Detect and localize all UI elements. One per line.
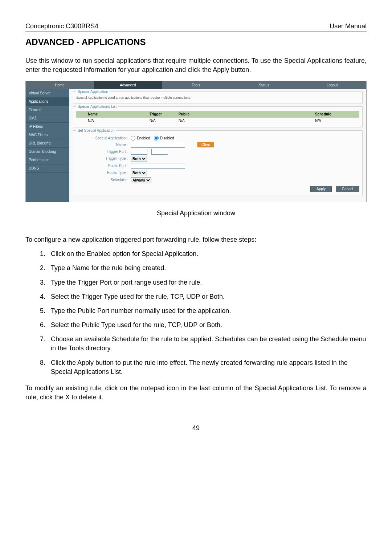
tab-advanced[interactable]: Advanced [94, 81, 162, 89]
trigger-port-from[interactable] [131, 149, 147, 155]
step-7: Choose an available Schedule for the rul… [47, 335, 367, 353]
product-name: Conceptronic C300BRS4 [25, 22, 98, 31]
list-row: N/A N/A N/A N/A [76, 118, 359, 124]
label-public-port: Public Port : [76, 163, 131, 168]
list-legend: Special Applications List [76, 104, 118, 109]
sidebar: Virtual Server Applications Firewall DMZ… [26, 89, 69, 202]
sidebar-item-virtual-server[interactable]: Virtual Server [26, 89, 69, 98]
special-application-section: Special Application Special Application … [73, 91, 363, 103]
step-5: Type the Public Port number normally use… [47, 306, 367, 315]
document-header: Conceptronic C300BRS4 User Manual [25, 22, 367, 32]
step-8: Click the Apply button to put the rule i… [47, 358, 367, 376]
tab-tools[interactable]: Tools [162, 81, 230, 89]
step-4: Select the Trigger Type used for the rul… [47, 292, 367, 301]
apply-button[interactable]: Apply [310, 186, 332, 192]
col-name: Name [85, 112, 147, 117]
step-1: Click on the Enabled option for Special … [47, 249, 367, 258]
col-trigger: Trigger [147, 112, 176, 117]
dash-icon: - [149, 149, 150, 154]
name-input[interactable] [131, 142, 185, 148]
intro-paragraph: Use this window to run special applicati… [25, 56, 367, 74]
tab-home[interactable]: Home [26, 81, 94, 89]
clear-button[interactable]: Clear [197, 142, 214, 147]
label-trigger-type: Trigger Type : [76, 156, 131, 161]
sidebar-item-ip-filters[interactable]: IP Filters [26, 123, 69, 131]
list-header-row: Name Trigger Public Schedule [76, 111, 359, 118]
disabled-text: Disabled [160, 136, 174, 141]
tab-status[interactable]: Status [230, 81, 298, 89]
step-2: Type a Name for the rule being created. [47, 264, 367, 273]
router-screenshot: Home Advanced Tools Status Logout Virtua… [25, 81, 367, 202]
applications-list-section: Special Applications List Name Trigger P… [73, 106, 363, 127]
cell-trigger: N/A [147, 118, 176, 123]
step-3: Type the Trigger Port or port range used… [47, 278, 367, 287]
radio-enabled[interactable] [131, 136, 135, 140]
trigger-type-select[interactable]: Both [131, 156, 147, 162]
label-schedule: Schedule : [76, 178, 131, 183]
steps-list: Click on the Enabled option for Special … [47, 249, 367, 376]
sidebar-item-domain-blocking[interactable]: Domain Blocking [26, 148, 69, 156]
cell-schedule: N/A [312, 118, 352, 123]
sidebar-item-applications[interactable]: Applications [26, 98, 69, 106]
col-schedule: Schedule [312, 112, 352, 117]
sidebar-item-mac-filters[interactable]: MAC Filters [26, 131, 69, 139]
sidebar-item-ddns[interactable]: DDNS [26, 164, 69, 173]
outro-paragraph: To modify an existing rule, click on the… [25, 384, 367, 402]
set-special-application-section: Set Special Application Special Applicat… [73, 130, 363, 195]
cell-public: N/A [176, 118, 312, 123]
label-public-type: Public Type : [76, 170, 131, 175]
section-desc: Special Application is used to run appli… [76, 95, 359, 100]
cancel-button[interactable]: Cancel [336, 186, 359, 192]
col-public: Public [176, 112, 312, 117]
page-number: 49 [25, 424, 367, 433]
radio-disabled[interactable] [154, 136, 159, 140]
enabled-text: Enabled [137, 136, 150, 141]
screenshot-caption: Special Application window [25, 209, 367, 218]
public-type-select[interactable]: Both [131, 170, 147, 176]
trigger-port-to[interactable] [151, 149, 168, 155]
step-6: Select the Public Type used for the rule… [47, 321, 367, 330]
form-legend: Set Special Application [76, 128, 116, 133]
tab-logout[interactable]: Logout [298, 81, 366, 89]
sidebar-item-dmz[interactable]: DMZ [26, 114, 69, 123]
label-trigger-port: Trigger Port : [76, 149, 131, 154]
public-port-input[interactable] [131, 163, 185, 169]
sidebar-item-performance[interactable]: Performance [26, 156, 69, 164]
cell-name: N/A [85, 118, 147, 123]
label-special-application: Special Application : [76, 136, 131, 141]
instructions-intro: To configure a new application triggered… [25, 235, 367, 244]
content-area: Special Application Special Application … [69, 89, 366, 202]
doc-label: User Manual [330, 22, 367, 31]
label-name: Name : [76, 142, 131, 147]
top-nav: Home Advanced Tools Status Logout [26, 81, 366, 89]
schedule-select[interactable]: Always [131, 177, 151, 183]
page-title: ADVANCED - APPLICATIONS [25, 36, 367, 48]
section-legend: Special Application [76, 89, 110, 94]
sidebar-item-url-blocking[interactable]: URL Blocking [26, 139, 69, 148]
sidebar-item-firewall[interactable]: Firewall [26, 106, 69, 114]
